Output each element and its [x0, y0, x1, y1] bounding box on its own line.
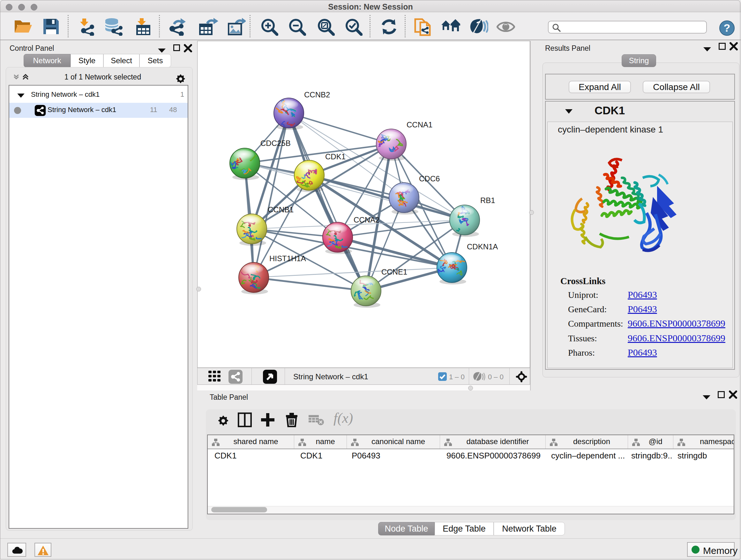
svg-text:RB1: RB1: [480, 196, 495, 205]
svg-text:CCNA2: CCNA2: [354, 215, 380, 224]
svg-text:CDC25B: CDC25B: [260, 139, 291, 147]
svg-text:CCNB2: CCNB2: [304, 90, 330, 99]
svg-text:?: ?: [724, 22, 731, 34]
svg-text:CDK1: CDK1: [325, 152, 346, 161]
svg-text:CCNB1: CCNB1: [268, 205, 293, 214]
svg-text:CCNA1: CCNA1: [407, 120, 432, 129]
svg-text:CCNE1: CCNE1: [381, 267, 407, 276]
svg-text:CDC6: CDC6: [419, 174, 440, 183]
svg-text:HIST1H1A: HIST1H1A: [269, 254, 306, 263]
svg-text:CDKN1A: CDKN1A: [467, 242, 498, 251]
